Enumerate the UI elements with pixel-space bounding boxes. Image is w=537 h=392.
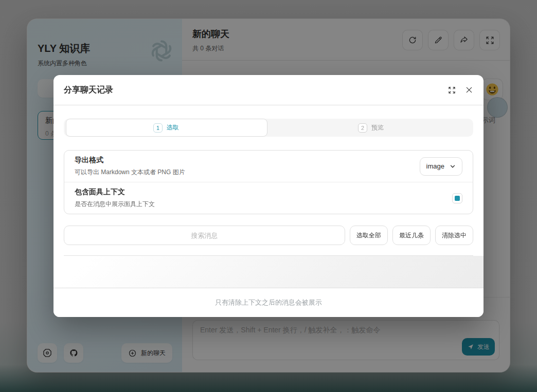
include-context-title: 包含面具上下文 xyxy=(75,188,155,197)
include-context-subtitle: 是否在消息中展示面具上下文 xyxy=(75,200,155,209)
export-format-title: 导出格式 xyxy=(75,156,185,165)
checkbox-checked-mark xyxy=(455,196,460,201)
chevron-down-icon xyxy=(450,163,456,170)
step-index: 2 xyxy=(358,123,367,133)
step-preview[interactable]: 2 预览 xyxy=(268,119,473,137)
modal-actions xyxy=(448,86,473,94)
message-search-row: 选取全部 最近几条 清除选中 xyxy=(64,226,473,245)
close-icon[interactable] xyxy=(465,86,473,94)
export-format-subtitle: 可以导出 Markdown 文本或者 PNG 图片 xyxy=(75,168,185,177)
export-format-row: 导出格式 可以导出 Markdown 文本或者 PNG 图片 image xyxy=(64,151,473,182)
step-index: 1 xyxy=(153,123,163,133)
select-all-button[interactable]: 选取全部 xyxy=(350,226,388,245)
step-label: 预览 xyxy=(371,123,384,132)
clear-selection-button[interactable]: 清除选中 xyxy=(435,226,473,245)
include-context-checkbox[interactable] xyxy=(452,193,462,203)
export-format-value: image xyxy=(426,162,444,170)
recent-button[interactable]: 最近几条 xyxy=(392,226,431,245)
stepper: 1 选取 2 预览 xyxy=(64,119,473,137)
step-select[interactable]: 1 选取 xyxy=(64,119,268,137)
modal-header: 分享聊天记录 xyxy=(53,75,484,105)
include-context-row: 包含面具上下文 是否在消息中展示面具上下文 xyxy=(64,182,473,214)
step-label: 选取 xyxy=(167,123,179,132)
share-chat-modal: 分享聊天记录 1 选取 2 预览 xyxy=(53,75,484,317)
modal-body: 1 选取 2 预览 导出格式 可以导出 Markdown 文本或者 PNG 图片… xyxy=(53,105,484,288)
search-input[interactable] xyxy=(64,226,345,245)
export-format-select[interactable]: image xyxy=(420,157,462,176)
message-selector-area[interactable] xyxy=(53,256,484,288)
export-settings-list: 导出格式 可以导出 Markdown 文本或者 PNG 图片 image 包含面… xyxy=(64,150,473,214)
modal-title: 分享聊天记录 xyxy=(64,85,113,96)
footer-hint: 只有清除上下文之后的消息会被展示 xyxy=(215,298,322,307)
expand-icon[interactable] xyxy=(448,86,456,94)
modal-footer: 只有清除上下文之后的消息会被展示 xyxy=(53,288,484,317)
